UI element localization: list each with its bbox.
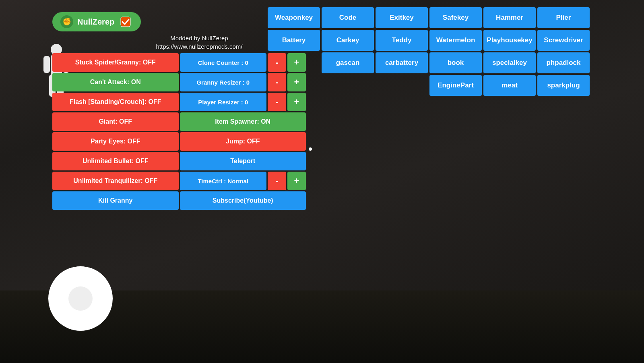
clone-counter-btn[interactable]: Clone Counter : 0 [180, 53, 267, 72]
player-resizer-minus[interactable]: - [268, 93, 286, 111]
header-title: NullZerep [77, 17, 114, 27]
player-resizer-row: Player Resizer : 0 - + [180, 93, 306, 111]
timectrl-plus[interactable]: + [287, 172, 306, 190]
btn-teddy[interactable]: Teddy [376, 30, 428, 51]
timectrl-minus[interactable]: - [268, 172, 286, 190]
btn-hammer[interactable]: Hammer [483, 7, 536, 28]
joystick[interactable] [48, 266, 113, 331]
btn-exitkey[interactable]: Exitkey [376, 7, 428, 28]
btn-empty-4-3 [376, 75, 428, 96]
header-card: ✊ NullZerep [52, 12, 141, 31]
btn-book[interactable]: book [429, 52, 482, 73]
btn-watermelon[interactable]: Watermelon [429, 30, 482, 51]
btn-code[interactable]: Code [322, 7, 374, 28]
btn-plier[interactable]: Plier [537, 7, 590, 28]
btn-screwdriver[interactable]: Screwdriver [537, 30, 590, 51]
button-grid: Stuck Spider/Granny: OFF Clone Counter :… [52, 53, 306, 210]
hand-icon: ✊ [62, 17, 71, 26]
header-badge [120, 16, 131, 27]
granny-resizer-minus[interactable]: - [268, 73, 286, 91]
player-resizer-plus[interactable]: + [287, 93, 306, 111]
header-icon: ✊ [60, 15, 73, 28]
cant-attack-btn[interactable]: Can't Attack: ON [52, 73, 179, 91]
btn-safekey[interactable]: Safekey [429, 7, 482, 28]
top-button-grid: Weaponkey Code Exitkey Safekey Hammer Pl… [268, 7, 590, 96]
granny-resizer-btn[interactable]: Granny Resizer : 0 [180, 73, 267, 91]
joystick-inner [68, 286, 93, 311]
party-eyes-btn[interactable]: Party Eyes: OFF [52, 132, 179, 151]
clone-counter-row: Clone Counter : 0 - + [180, 53, 306, 72]
granny-resizer-row: Granny Resizer : 0 - + [180, 73, 306, 91]
btn-enginepart[interactable]: EnginePart [429, 75, 482, 96]
svg-rect-2 [43, 56, 50, 73]
btn-meat[interactable]: meat [483, 75, 536, 96]
subscribe-btn[interactable]: Subscribe(Youtube) [180, 191, 306, 210]
subtitle1: Modded by NullZerep [93, 35, 306, 41]
teleport-btn[interactable]: Teleport [180, 152, 306, 170]
btn-phpadlock[interactable]: phpadlock [537, 52, 590, 73]
granny-resizer-plus[interactable]: + [287, 73, 306, 91]
btn-empty-4-2 [322, 75, 374, 96]
clone-counter-minus[interactable]: - [268, 53, 286, 72]
unlimited-tranquilizer-btn[interactable]: Unlimited Tranquilizer: OFF [52, 172, 179, 190]
player-resizer-btn[interactable]: Player Resizer : 0 [180, 93, 267, 111]
clone-counter-plus[interactable]: + [287, 53, 306, 72]
btn-playhousekey[interactable]: Playhousekey [483, 30, 536, 51]
btn-carkey[interactable]: Carkey [322, 30, 374, 51]
flash-btn[interactable]: Flash [Standing/Crouch]: OFF [52, 93, 179, 111]
btn-gascan[interactable]: gascan [322, 52, 374, 73]
left-panel: ✊ NullZerep Modded by NullZerep https://… [52, 12, 306, 210]
item-spawner-btn[interactable]: Item Spawner: ON [180, 112, 306, 131]
mouse-cursor [309, 147, 312, 151]
btn-carbattery[interactable]: carbattery [376, 52, 428, 73]
timectrl-btn[interactable]: TimeCtrl : Normal [180, 172, 267, 190]
subtitle2: https://www.nullzerepmods.com/ [93, 43, 306, 50]
kill-granny-btn[interactable]: Kill Granny [52, 191, 179, 210]
giant-btn[interactable]: Giant: OFF [52, 112, 179, 131]
unlimited-bullet-btn[interactable]: Unlimited Bullet: OFF [52, 152, 179, 170]
btn-sparkplug[interactable]: sparkplug [537, 75, 590, 96]
jump-btn[interactable]: Jump: OFF [180, 132, 306, 151]
btn-specialkey[interactable]: specialkey [483, 52, 536, 73]
timectrl-row: TimeCtrl : Normal - + [180, 172, 306, 190]
stuck-spider-btn[interactable]: Stuck Spider/Granny: OFF [52, 53, 179, 72]
